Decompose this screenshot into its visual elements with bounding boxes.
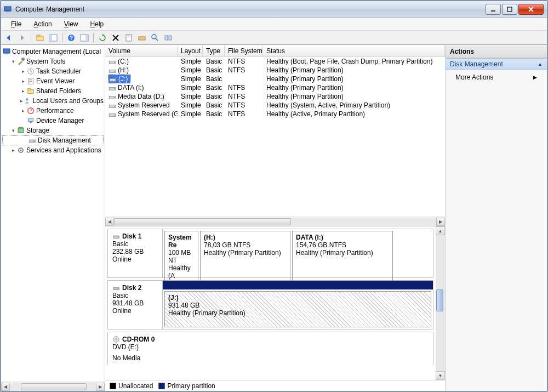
menu-file[interactable]: File [5, 19, 27, 30]
up-button[interactable] [35, 32, 45, 43]
menu-help[interactable]: Help [85, 19, 110, 30]
caret-right-icon: ▸ [20, 69, 26, 74]
partition[interactable]: DATA (I:)154,76 GB NTFSHealthy (Primary … [292, 231, 393, 282]
table-row[interactable]: DATA (I:)SimpleBasicNTFSHealthy (Primary… [105, 83, 445, 92]
tree-storage[interactable]: ▾Storage [2, 126, 104, 135]
tree-event-viewer[interactable]: ▸Event Viewer [2, 76, 104, 86]
tree-local-users[interactable]: ▸Local Users and Groups [2, 96, 104, 106]
scroll-right-icon[interactable]: ▶ [436, 218, 445, 226]
maximize-button[interactable] [502, 4, 517, 15]
action-pane-button[interactable] [79, 32, 90, 43]
table-row[interactable]: Media Data (D:)SimpleBasicNTFSHealthy (P… [105, 92, 445, 101]
table-row[interactable]: (H:)SimpleBasicNTFSHealthy (Primary Part… [105, 66, 445, 75]
delete-button[interactable] [110, 32, 121, 43]
disk2-label: Disk 2 Basic 931,48 GB Online [108, 281, 163, 329]
scroll-track[interactable] [114, 218, 436, 226]
tree-disk-management[interactable]: Disk Management [2, 135, 104, 145]
help-button[interactable]: ? [66, 32, 77, 43]
svg-point-44 [115, 79, 116, 81]
tree-task-scheduler[interactable]: ▸Task Scheduler [2, 66, 104, 76]
scroll-up-icon[interactable]: ▲ [436, 226, 445, 235]
svg-point-36 [34, 140, 35, 141]
table-row[interactable]: (C:)SimpleBasicNTFSHealthy (Boot, Page F… [105, 57, 445, 66]
back-button[interactable] [3, 32, 14, 43]
toolbar-btn-c[interactable] [163, 32, 174, 43]
partition-j[interactable]: (J:) 931,48 GB Healthy (Primary Partitio… [164, 291, 431, 327]
scroll-thumb[interactable] [21, 383, 87, 390]
left-horizontal-scroll[interactable]: ◀ ▶ [1, 382, 105, 391]
tree-shared-folders[interactable]: ▸Shared Folders [2, 86, 104, 96]
volume-rows: (C:)SimpleBasicNTFSHealthy (Boot, Page F… [105, 57, 445, 217]
scroll-track[interactable] [436, 235, 445, 371]
tree-root-label: Computer Management (Local [12, 48, 101, 55]
partition-header-bar [163, 281, 433, 289]
svg-rect-25 [29, 79, 32, 80]
folder-icon [26, 87, 35, 95]
volume-horizontal-scroll[interactable]: ◀ ▶ [105, 217, 445, 226]
partition[interactable]: System Re100 MB NTHealthy (A [164, 231, 198, 282]
svg-rect-15 [139, 37, 145, 40]
toolbar-btn-b[interactable] [150, 32, 161, 43]
table-row[interactable]: System ReservedSimpleBasicNTFSHealthy (S… [105, 101, 445, 110]
disk-icon [112, 232, 120, 240]
disk2-row[interactable]: Disk 2 Basic 931,48 GB Online (J:) 931,4… [107, 280, 433, 329]
storage-icon [16, 126, 25, 135]
cdrom-row[interactable]: CD-ROM 0 DVD (E:) No Media [107, 332, 433, 365]
minimize-button[interactable] [486, 4, 501, 15]
svg-rect-21 [5, 53, 8, 54]
volume-table-header[interactable]: Volume Layout Type File System Status [105, 46, 445, 57]
table-row[interactable]: System Reserved (G:)SimpleBasicNTFSHealt… [105, 110, 445, 118]
close-button[interactable] [518, 4, 544, 15]
legend-primary: Primary partition [158, 382, 215, 390]
caret-right-icon: ▸ [20, 78, 26, 84]
cdrom-label: CD-ROM 0 DVD (E:) No Media [108, 332, 163, 365]
scroll-thumb[interactable] [436, 289, 443, 311]
scroll-down-icon[interactable]: ▼ [436, 371, 445, 380]
toolbar: ? [1, 31, 547, 45]
svg-rect-26 [29, 81, 32, 82]
svg-text:?: ? [70, 35, 73, 41]
col-status[interactable]: Status [263, 46, 445, 56]
svg-rect-14 [127, 37, 130, 37]
caret-right-icon: ▸ [20, 98, 24, 104]
svg-rect-5 [37, 35, 40, 37]
window: Computer Management File Action View Hel… [1, 1, 547, 391]
col-volume[interactable]: Volume [105, 46, 178, 56]
col-type[interactable]: Type [203, 46, 225, 56]
tree-device-manager[interactable]: Device Manager [2, 116, 104, 126]
svg-point-38 [20, 150, 22, 151]
svg-rect-18 [165, 36, 168, 40]
tree-services[interactable]: ▸Services and Applications [2, 145, 104, 155]
partition[interactable]: (H:)78,03 GB NTFSHealthy (Primary Partit… [200, 231, 290, 282]
users-icon [24, 96, 32, 105]
titlebar[interactable]: Computer Management [1, 1, 547, 18]
scroll-left-icon[interactable]: ◀ [105, 218, 114, 226]
forward-button[interactable] [16, 32, 27, 43]
show-hide-console-tree-button[interactable] [48, 32, 59, 43]
toolbar-btn-a[interactable] [136, 32, 147, 43]
scroll-right-icon[interactable]: ▶ [96, 383, 105, 391]
scroll-thumb[interactable] [114, 218, 291, 225]
tree-performance[interactable]: ▸Performance [2, 106, 104, 116]
center-panel: Volume Layout Type File System Status (C… [105, 46, 446, 391]
svg-rect-13 [127, 36, 130, 36]
disk1-row[interactable]: Disk 1 Basic 232,88 GB Online System Re1… [107, 229, 433, 278]
properties-button[interactable] [123, 32, 134, 43]
svg-point-42 [114, 71, 115, 72]
col-layout[interactable]: Layout [178, 46, 203, 56]
menu-action[interactable]: Action [28, 19, 57, 30]
refresh-button[interactable] [97, 32, 108, 43]
disk-vertical-scroll[interactable]: ▲ ▼ [436, 226, 445, 380]
tree-system-tools[interactable]: ▾ System Tools [2, 56, 104, 66]
console-tree[interactable]: Computer Management (Local ▾ System Tool… [1, 46, 105, 382]
table-row[interactable]: (J:)SimpleBasicHealthy (Primary Partitio… [105, 75, 445, 83]
cd-icon [112, 336, 120, 343]
actions-heading[interactable]: Disk Management ▲ [446, 58, 547, 70]
svg-line-17 [156, 38, 158, 41]
actions-more[interactable]: More Actions ▶ [446, 70, 547, 84]
scroll-track[interactable] [10, 383, 96, 391]
scroll-left-icon[interactable]: ◀ [1, 383, 10, 391]
menu-view[interactable]: View [59, 19, 84, 30]
tree-root[interactable]: Computer Management (Local [2, 47, 104, 56]
col-filesystem[interactable]: File System [225, 46, 263, 56]
